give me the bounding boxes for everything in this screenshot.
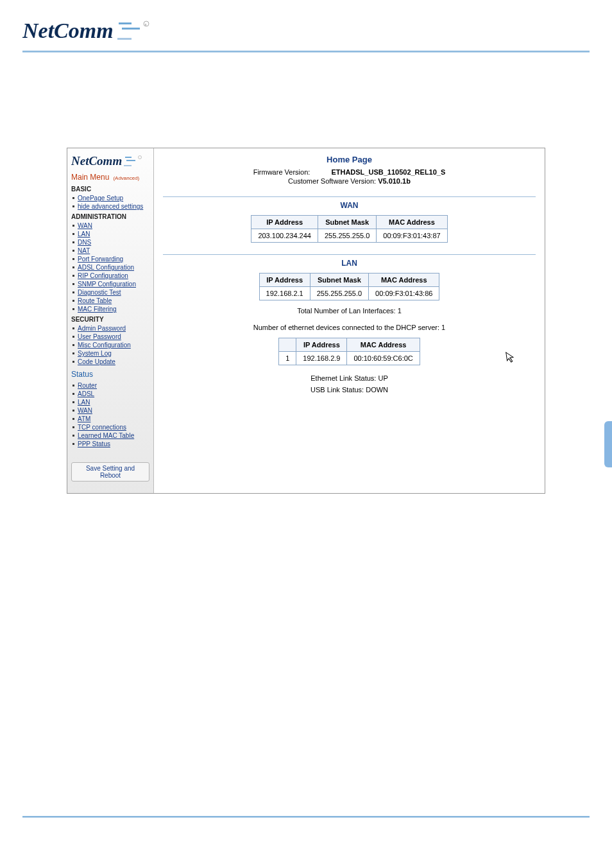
lan-header-ip: IP Address [259,273,310,287]
sidebar-item-status-atm[interactable]: ATM [72,415,149,423]
list-bullet-icon [72,352,74,354]
list-bullet-icon [72,197,74,199]
dhcp-connected-value: 1 [441,324,445,331]
list-bullet-icon [72,250,74,252]
sidebar-item-label: WAN [78,221,92,230]
sidebar-item-status-adsl[interactable]: ADSL [72,390,149,398]
sidebar-item-diagnostic-test[interactable]: Diagnostic Test [72,288,149,297]
svg-rect-1 [119,22,132,24]
wan-header-mac: MAC Address [377,216,447,229]
sidebar-item-label: Admin Password [78,324,126,333]
list-bullet-icon [72,308,74,310]
advanced-label: (Advanced) [113,175,139,181]
lan-cell-mac: 00:09:F3:01:43:86 [369,287,439,300]
sidebar-item-label: ADSL [78,390,94,398]
section-rule [163,254,536,255]
wan-cell-ip: 203.100.234.244 [251,229,318,243]
list-bullet-icon [72,336,74,338]
wan-section-title: WAN [163,201,536,210]
list-bullet-icon [72,258,74,260]
section-administration-title: ADMINISTRATION [71,213,149,220]
dhcp-header-ip: IP Address [296,338,347,352]
wan-cell-mac: 00:09:F3:01:43:87 [377,229,447,243]
svg-text:R: R [145,23,148,26]
sidebar-item-label: Misc Configuration [78,341,131,349]
svg-rect-3 [117,38,132,40]
sidebar-item-admin-password[interactable]: Admin Password [72,324,149,333]
sidebar-item-dns[interactable]: DNS [72,238,149,247]
sidebar: NetComm Main Menu (Advanced) BASIC OnePa… [67,148,154,493]
list-bullet-icon [72,266,74,268]
content-area: Home Page Firmware Version: ETHADSL_USB_… [154,148,545,493]
list-bullet-icon [72,393,74,395]
sidebar-item-adsl-config[interactable]: ADSL Configuration [72,263,149,272]
dhcp-connected-label: Number of ethernet devices connected to … [253,324,439,331]
firmware-version-label: Firmware Version: [253,168,310,176]
sidebar-item-rip-config[interactable]: RIP Configuration [72,272,149,280]
sidebar-item-status-router[interactable]: Router [72,381,149,390]
sidebar-item-status-learned-mac[interactable]: Learned MAC Table [72,431,149,440]
sidebar-item-port-forwarding[interactable]: Port Forwarding [72,255,149,263]
sidebar-item-status-wan[interactable]: WAN [72,406,149,415]
sidebar-item-system-log[interactable]: System Log [72,349,149,358]
brand-logo: NetComm R [22,16,590,47]
list-bullet-icon [72,241,74,243]
firmware-version-value: ETHADSL_USB_110502_REL10_S [331,168,445,176]
dhcp-cell-mac: 00:10:60:59:C6:0C [347,352,420,365]
list-bullet-icon [72,327,74,329]
sidebar-item-label: ADSL Configuration [78,263,134,272]
dhcp-cell-ip: 192.168.2.9 [296,352,347,365]
sidebar-item-user-password[interactable]: User Password [72,333,149,341]
list-bullet-icon [72,385,74,386]
sidebar-item-onepage-setup[interactable]: OnePage Setup [72,194,149,202]
list-bullet-icon [72,443,74,445]
sidebar-item-code-update[interactable]: Code Update [72,358,149,366]
dhcp-table: IP Address MAC Address 1 192.168.2.9 00:… [278,338,420,365]
sidebar-item-label: Port Forwarding [78,255,123,263]
svg-text:NetComm: NetComm [71,154,122,168]
customer-software-version-label: Customer Software Version: [288,177,376,185]
lan-section-title: LAN [163,259,536,268]
list-bullet-icon [72,283,74,285]
usb-link-status-label: USB Link Status: [310,386,364,394]
sidebar-item-hide-advanced[interactable]: hide advanced settings [72,202,149,211]
sidebar-item-label: WAN [78,406,92,415]
wan-table: IP Address Subnet Mask MAC Address 203.1… [251,215,447,243]
sidebar-item-label: Diagnostic Test [78,288,121,297]
list-bullet-icon [72,410,74,412]
sidebar-item-label: System Log [78,349,112,358]
sidebar-item-misc-config[interactable]: Misc Configuration [72,341,149,349]
sidebar-item-status-tcp[interactable]: TCP connections [72,423,149,431]
lan-header-mac: MAC Address [369,273,439,287]
sidebar-item-label: LAN [78,398,90,406]
usb-link-status-value: DOWN [366,386,388,394]
sidebar-item-nat[interactable]: NAT [72,247,149,255]
router-admin-frame: NetComm Main Menu (Advanced) BASIC OnePa… [67,148,545,494]
list-bullet-icon [72,344,74,346]
sidebar-item-snmp-config[interactable]: SNMP Configuration [72,280,149,288]
sidebar-item-route-table[interactable]: Route Table [72,297,149,305]
lan-header-subnet: Subnet Mask [310,273,368,287]
sidebar-item-label: ATM [78,415,90,423]
list-bullet-icon [72,300,74,302]
sidebar-item-label: Router [78,381,97,390]
sidebar-item-label: PPP Status [78,440,110,448]
ethernet-link-status-value: UP [378,374,387,382]
sidebar-item-wan[interactable]: WAN [72,221,149,230]
lan-total-interfaces-label: Total Number of Lan Interfaces: [297,307,395,315]
svg-point-10 [139,156,142,159]
sidebar-item-mac-filtering[interactable]: MAC Filtering [72,305,149,313]
list-bullet-icon [72,233,74,235]
list-bullet-icon [72,426,74,428]
list-bullet-icon [72,225,74,227]
wan-header-subnet: Subnet Mask [318,216,376,229]
svg-rect-8 [126,160,135,161]
page-edge-tab [604,421,612,467]
save-reboot-button[interactable]: Save Setting and Reboot [71,462,149,482]
sidebar-item-status-lan[interactable]: LAN [72,398,149,406]
svg-rect-2 [122,28,140,30]
svg-rect-9 [124,165,132,166]
page-bottom-rule [22,816,590,818]
sidebar-item-status-ppp[interactable]: PPP Status [72,440,149,448]
sidebar-item-lan[interactable]: LAN [72,230,149,238]
